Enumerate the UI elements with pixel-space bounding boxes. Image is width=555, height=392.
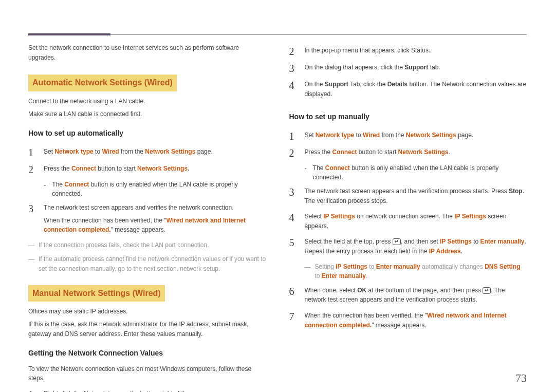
values-step-2: 2 In the pop-up menu that appears, click… — [289, 43, 527, 60]
substep-body: The Connect button is only enabled when … — [52, 180, 266, 199]
auto-step-2: 2 Press the Connect button to start Netw… — [28, 161, 266, 178]
step-number: 1 — [289, 130, 297, 141]
section-heading-manual: Manual Network Settings (Wired) — [28, 285, 165, 302]
auto-step-1: 1 Set Network type to Wired from the Net… — [28, 144, 266, 161]
auto-substep: - The Connect button is only enabled whe… — [28, 178, 266, 200]
step-number: 2 — [289, 147, 297, 158]
auto-step-3: 3 The network test screen appears and ve… — [28, 200, 266, 238]
manual-substep: - The Connect button is only enabled whe… — [289, 162, 527, 184]
footnote-1: ― If the connection process fails, check… — [28, 238, 266, 253]
intro-text: Set the network connection to use Intern… — [28, 43, 266, 62]
page-number: 73 — [515, 371, 527, 385]
dash-icon: - — [305, 163, 307, 172]
manual-footnote: ― Setting IP Settings to Enter manually … — [289, 260, 527, 283]
step-body: The network test screen appears and veri… — [44, 203, 266, 235]
step-body: On the Support Tab, click the Details bu… — [305, 80, 527, 99]
dash-icon: - — [44, 180, 46, 188]
values-step-3: 3 On the dialog that appears, click the … — [289, 60, 527, 77]
step-number: 6 — [289, 286, 297, 296]
step-body: Right click the Network icon on the bott… — [44, 389, 266, 392]
step-number: 1 — [28, 147, 35, 158]
step-body: Select the field at the top, press ↵, an… — [305, 237, 527, 256]
step-number: 4 — [289, 212, 297, 222]
header-accent — [28, 33, 110, 35]
step-body: Set Network type to Wired from the Netwo… — [305, 130, 527, 140]
manual-step-5: 5 Select the field at the top, press ↵, … — [289, 234, 527, 259]
manual-step-7: 7 When the connection has been verified,… — [289, 308, 527, 333]
manual-step-4: 4 Select IP Settings on network connecti… — [289, 209, 527, 234]
footnote-body: If the connection process fails, check t… — [39, 240, 266, 250]
enter-icon: ↵ — [393, 238, 401, 245]
manual-step-3: 3 The network test screen appears and th… — [289, 184, 527, 209]
step-body: On the dialog that appears, click the Su… — [305, 63, 527, 72]
left-column: Set the network connection to use Intern… — [28, 43, 266, 392]
footnote-2: ― If the automatic process cannot find t… — [28, 252, 266, 275]
step-body: The network test screen appears and the … — [305, 186, 527, 206]
auto-line2: Make sure a LAN cable is connected first… — [28, 109, 266, 119]
section-heading-auto: Automatic Network Settings (Wired) — [28, 74, 177, 91]
right-column: 2 In the pop-up menu that appears, click… — [289, 43, 527, 392]
step-body: In the pop-up menu that appears, click S… — [305, 46, 527, 55]
step-body: When done, select OK at the bottom of th… — [305, 286, 527, 305]
step-number: 2 — [28, 164, 35, 175]
auto-line1: Connect to the network using a LAN cable… — [28, 97, 266, 106]
subheading-values: Getting the Network Connection Values — [28, 348, 266, 359]
auto-steps: 1 Set Network type to Wired from the Net… — [28, 144, 266, 238]
step-body: Press the Connect button to start Networ… — [44, 164, 266, 174]
substep-body: The Connect button is only enabled when … — [313, 163, 527, 182]
mdash-icon: ― — [28, 240, 34, 251]
page: Set the network connection to use Intern… — [0, 0, 555, 392]
columns: Set the network connection to use Intern… — [28, 43, 527, 392]
step-number: 1 — [28, 389, 35, 392]
values-step-1: 1 Right click the Network icon on the bo… — [28, 386, 266, 392]
step-number: 2 — [289, 46, 297, 57]
subheading-manual-setup: How to set up manually — [289, 111, 527, 123]
mdash-icon: ― — [305, 262, 311, 272]
step-number: 3 — [28, 203, 35, 214]
step-body: When the connection has been verified, t… — [305, 311, 527, 330]
step-number: 4 — [289, 80, 297, 90]
step-body: Press the Connect button to start Networ… — [305, 147, 527, 157]
step-body: Set Network type to Wired from the Netwo… — [44, 147, 266, 157]
step-number: 3 — [289, 63, 297, 73]
step-number: 3 — [289, 186, 297, 197]
step-body: Select IP Settings on network connection… — [305, 212, 527, 231]
step-number: 5 — [289, 237, 297, 248]
manual-step-2: 2 Press the Connect button to start Netw… — [289, 145, 527, 162]
footnote-body: Setting IP Settings to Enter manually au… — [315, 262, 527, 281]
step-number: 7 — [289, 311, 297, 322]
header-bar — [28, 21, 527, 35]
manual-step-1: 1 Set Network type to Wired from the Net… — [289, 128, 527, 145]
manual-step-6: 6 When done, select OK at the bottom of … — [289, 283, 527, 308]
values-desc: To view the Network connection values on… — [28, 364, 266, 383]
subheading-auto: How to set up automatically — [28, 128, 266, 139]
manual-line2: If this is the case, ask the network adm… — [28, 320, 266, 339]
enter-icon: ↵ — [483, 287, 491, 294]
manual-line1: Offices may use static IP addresses. — [28, 307, 266, 316]
footnote-body: If the automatic process cannot find the… — [39, 254, 266, 273]
mdash-icon: ― — [28, 254, 34, 265]
values-step-4: 4 On the Support Tab, click the Details … — [289, 77, 527, 102]
